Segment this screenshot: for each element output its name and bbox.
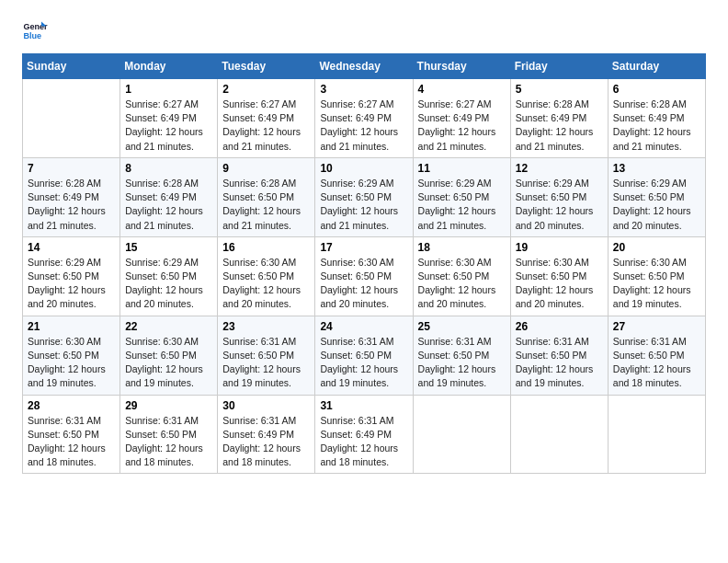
day-number: 14	[28, 241, 115, 254]
calendar-cell: 16Sunrise: 6:30 AM Sunset: 6:50 PM Dayli…	[218, 236, 315, 316]
calendar-cell: 11Sunrise: 6:29 AM Sunset: 6:50 PM Dayli…	[413, 157, 510, 236]
day-info: Sunrise: 6:31 AM Sunset: 6:49 PM Dayligh…	[222, 414, 310, 470]
calendar-cell	[413, 395, 510, 474]
calendar-cell: 3Sunrise: 6:27 AM Sunset: 6:49 PM Daylig…	[315, 79, 413, 158]
day-info: Sunrise: 6:30 AM Sunset: 6:50 PM Dayligh…	[418, 256, 506, 312]
day-number: 5	[516, 83, 603, 96]
calendar-cell: 5Sunrise: 6:28 AM Sunset: 6:49 PM Daylig…	[510, 79, 608, 158]
day-info: Sunrise: 6:27 AM Sunset: 6:49 PM Dayligh…	[222, 98, 310, 154]
header-day-thursday: Thursday	[413, 54, 510, 79]
day-number: 23	[222, 320, 310, 333]
day-info: Sunrise: 6:30 AM Sunset: 6:50 PM Dayligh…	[613, 256, 700, 312]
logo: General Blue	[22, 18, 51, 44]
calendar-cell: 26Sunrise: 6:31 AM Sunset: 6:50 PM Dayli…	[510, 316, 608, 395]
day-info: Sunrise: 6:30 AM Sunset: 6:50 PM Dayligh…	[320, 256, 407, 312]
svg-text:Blue: Blue	[23, 31, 41, 40]
day-info: Sunrise: 6:31 AM Sunset: 6:50 PM Dayligh…	[28, 414, 115, 470]
day-number: 24	[320, 320, 407, 333]
header-day-wednesday: Wednesday	[315, 54, 413, 79]
week-row-3: 14Sunrise: 6:29 AM Sunset: 6:50 PM Dayli…	[23, 236, 706, 316]
day-number: 25	[418, 320, 506, 333]
day-number: 29	[125, 399, 212, 412]
day-number: 12	[516, 162, 603, 175]
day-number: 1	[125, 83, 212, 96]
day-info: Sunrise: 6:31 AM Sunset: 6:50 PM Dayligh…	[320, 335, 407, 391]
header-day-tuesday: Tuesday	[218, 54, 315, 79]
day-info: Sunrise: 6:28 AM Sunset: 6:49 PM Dayligh…	[125, 177, 212, 233]
day-info: Sunrise: 6:30 AM Sunset: 6:50 PM Dayligh…	[125, 335, 212, 391]
calendar-cell: 4Sunrise: 6:27 AM Sunset: 6:49 PM Daylig…	[413, 79, 510, 158]
day-info: Sunrise: 6:27 AM Sunset: 6:49 PM Dayligh…	[125, 98, 212, 154]
calendar-table: SundayMondayTuesdayWednesdayThursdayFrid…	[22, 53, 706, 474]
day-number: 10	[320, 162, 407, 175]
calendar-cell: 31Sunrise: 6:31 AM Sunset: 6:49 PM Dayli…	[315, 395, 413, 474]
calendar-cell: 8Sunrise: 6:28 AM Sunset: 6:49 PM Daylig…	[120, 157, 218, 236]
day-info: Sunrise: 6:29 AM Sunset: 6:50 PM Dayligh…	[613, 177, 700, 233]
day-number: 11	[418, 162, 506, 175]
day-number: 19	[516, 241, 603, 254]
day-number: 2	[222, 83, 310, 96]
day-info: Sunrise: 6:31 AM Sunset: 6:50 PM Dayligh…	[222, 335, 310, 391]
calendar-cell: 6Sunrise: 6:28 AM Sunset: 6:49 PM Daylig…	[608, 79, 705, 158]
day-info: Sunrise: 6:29 AM Sunset: 6:50 PM Dayligh…	[125, 256, 212, 312]
day-number: 22	[125, 320, 212, 333]
day-info: Sunrise: 6:29 AM Sunset: 6:50 PM Dayligh…	[28, 256, 115, 312]
day-info: Sunrise: 6:31 AM Sunset: 6:49 PM Dayligh…	[320, 414, 407, 470]
page-header: General Blue	[22, 18, 706, 44]
calendar-cell: 29Sunrise: 6:31 AM Sunset: 6:50 PM Dayli…	[120, 395, 218, 474]
day-number: 17	[320, 241, 407, 254]
calendar-cell: 1Sunrise: 6:27 AM Sunset: 6:49 PM Daylig…	[120, 79, 218, 158]
calendar-cell: 18Sunrise: 6:30 AM Sunset: 6:50 PM Dayli…	[413, 236, 510, 316]
day-number: 9	[222, 162, 310, 175]
calendar-cell: 14Sunrise: 6:29 AM Sunset: 6:50 PM Dayli…	[23, 236, 120, 316]
day-number: 30	[222, 399, 310, 412]
calendar-cell: 10Sunrise: 6:29 AM Sunset: 6:50 PM Dayli…	[315, 157, 413, 236]
day-info: Sunrise: 6:31 AM Sunset: 6:50 PM Dayligh…	[516, 335, 603, 391]
day-number: 6	[613, 83, 700, 96]
calendar-cell: 7Sunrise: 6:28 AM Sunset: 6:49 PM Daylig…	[23, 157, 120, 236]
day-number: 16	[222, 241, 310, 254]
week-row-1: 1Sunrise: 6:27 AM Sunset: 6:49 PM Daylig…	[23, 79, 706, 158]
day-number: 18	[418, 241, 506, 254]
week-row-5: 28Sunrise: 6:31 AM Sunset: 6:50 PM Dayli…	[23, 395, 706, 474]
calendar-cell: 9Sunrise: 6:28 AM Sunset: 6:50 PM Daylig…	[218, 157, 315, 236]
day-number: 8	[125, 162, 212, 175]
day-info: Sunrise: 6:28 AM Sunset: 6:50 PM Dayligh…	[222, 177, 310, 233]
calendar-cell: 27Sunrise: 6:31 AM Sunset: 6:50 PM Dayli…	[608, 316, 705, 395]
header-day-sunday: Sunday	[23, 54, 120, 79]
day-info: Sunrise: 6:30 AM Sunset: 6:50 PM Dayligh…	[516, 256, 603, 312]
day-info: Sunrise: 6:30 AM Sunset: 6:50 PM Dayligh…	[28, 335, 115, 391]
svg-text:General: General	[23, 22, 48, 31]
day-number: 13	[613, 162, 700, 175]
day-info: Sunrise: 6:27 AM Sunset: 6:49 PM Dayligh…	[320, 98, 407, 154]
day-info: Sunrise: 6:28 AM Sunset: 6:49 PM Dayligh…	[613, 98, 700, 154]
calendar-cell: 30Sunrise: 6:31 AM Sunset: 6:49 PM Dayli…	[218, 395, 315, 474]
logo-icon: General Blue	[22, 18, 48, 44]
header-day-saturday: Saturday	[608, 54, 705, 79]
day-number: 3	[320, 83, 407, 96]
day-info: Sunrise: 6:28 AM Sunset: 6:49 PM Dayligh…	[516, 98, 603, 154]
day-info: Sunrise: 6:27 AM Sunset: 6:49 PM Dayligh…	[418, 98, 506, 154]
calendar-cell: 25Sunrise: 6:31 AM Sunset: 6:50 PM Dayli…	[413, 316, 510, 395]
calendar-cell: 20Sunrise: 6:30 AM Sunset: 6:50 PM Dayli…	[608, 236, 705, 316]
calendar-cell: 28Sunrise: 6:31 AM Sunset: 6:50 PM Dayli…	[23, 395, 120, 474]
day-number: 31	[320, 399, 407, 412]
day-number: 20	[613, 241, 700, 254]
calendar-cell: 2Sunrise: 6:27 AM Sunset: 6:49 PM Daylig…	[218, 79, 315, 158]
header-day-friday: Friday	[510, 54, 608, 79]
day-number: 26	[516, 320, 603, 333]
calendar-cell: 21Sunrise: 6:30 AM Sunset: 6:50 PM Dayli…	[23, 316, 120, 395]
calendar-cell: 24Sunrise: 6:31 AM Sunset: 6:50 PM Dayli…	[315, 316, 413, 395]
day-number: 7	[28, 162, 115, 175]
header-day-monday: Monday	[120, 54, 218, 79]
calendar-cell: 19Sunrise: 6:30 AM Sunset: 6:50 PM Dayli…	[510, 236, 608, 316]
week-row-2: 7Sunrise: 6:28 AM Sunset: 6:49 PM Daylig…	[23, 157, 706, 236]
calendar-cell	[510, 395, 608, 474]
day-number: 28	[28, 399, 115, 412]
calendar-header: SundayMondayTuesdayWednesdayThursdayFrid…	[23, 54, 706, 79]
day-number: 4	[418, 83, 506, 96]
day-number: 15	[125, 241, 212, 254]
day-info: Sunrise: 6:31 AM Sunset: 6:50 PM Dayligh…	[613, 335, 700, 391]
day-info: Sunrise: 6:31 AM Sunset: 6:50 PM Dayligh…	[418, 335, 506, 391]
day-info: Sunrise: 6:30 AM Sunset: 6:50 PM Dayligh…	[222, 256, 310, 312]
